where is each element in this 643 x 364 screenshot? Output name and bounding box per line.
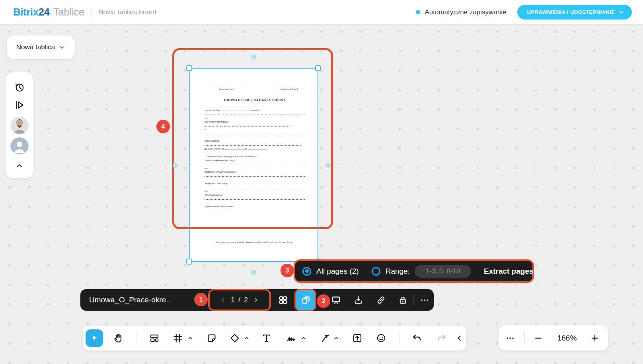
toolbar-divider [392, 295, 392, 305]
product-name: Tablice [53, 6, 84, 18]
page-total: 2 [244, 296, 248, 304]
next-page-icon[interactable] [251, 297, 261, 303]
add-neighbor-dot-top[interactable] [251, 55, 256, 60]
layout-kanban-tool[interactable] [149, 333, 160, 344]
previous-page-icon[interactable] [218, 297, 228, 303]
toolbar-divider [136, 332, 136, 344]
history-timer-icon[interactable] [11, 79, 28, 95]
more-options-icon[interactable] [505, 333, 515, 343]
annotation-badge-1: 1 [194, 293, 208, 306]
toolbar-divider [413, 295, 414, 305]
shape-tool-chevron-up-icon[interactable] [244, 335, 250, 341]
link-icon[interactable] [372, 291, 390, 309]
logo-bitrix: Bitrix [13, 6, 38, 18]
frame-tool[interactable] [172, 333, 184, 344]
all-pages-radio[interactable] [302, 267, 311, 276]
connector-tool-chevron-up-icon[interactable] [333, 335, 339, 341]
breadcrumb: Nowa tablica.board [98, 8, 156, 16]
extract-pages-button[interactable]: Extract pages [484, 267, 534, 276]
range-radio[interactable] [372, 267, 380, 276]
select-cursor-tool[interactable] [86, 329, 103, 347]
permissions-share-label: UPRAWNIENIA I UDOSTĘPNIANIE [527, 9, 615, 15]
hand-pan-tool[interactable] [113, 333, 125, 344]
header-right: Automatyczne zapisywanie UPRAWNIENIA I U… [416, 5, 632, 19]
annotation-badge-3: 3 [281, 264, 294, 277]
page-navigation: 1 / 2 [208, 289, 271, 311]
range-input[interactable] [415, 265, 471, 278]
annotation-badge-2: 2 [317, 294, 330, 308]
cursor-icon [86, 329, 103, 347]
bitrix24-logo[interactable]: Bitrix24 Tablice [13, 6, 84, 18]
document-filename: Umowa_O_Prace-okre.. [89, 296, 203, 304]
autosave-label: Automatyczne zapisywanie [425, 8, 506, 16]
add-neighbor-dot-left[interactable] [173, 163, 178, 168]
app-header: Bitrix24 Tablice Nowa tablica.board Auto… [0, 0, 643, 25]
collaboration-sidebar [6, 72, 33, 178]
chevron-down-icon [59, 44, 65, 51]
selection-box [189, 68, 318, 262]
redo-button[interactable] [436, 333, 448, 344]
chevron-down-icon [618, 10, 624, 15]
extract-pages-icon[interactable] [294, 289, 316, 311]
add-neighbor-dot-bottom[interactable] [251, 270, 256, 275]
all-pages-label: All pages (2) [316, 267, 359, 276]
range-label: Range: [386, 267, 410, 276]
unlock-icon[interactable] [394, 291, 412, 309]
toolbar-divider [399, 332, 399, 344]
selection-handle-top-left[interactable] [186, 65, 192, 71]
annotation-badge-4: 4 [156, 120, 170, 133]
more-options-icon[interactable] [415, 291, 434, 309]
shape-diamond-tool[interactable] [229, 333, 241, 344]
panel-divider [524, 332, 525, 344]
board-title-label: Nowa tablica [16, 43, 55, 51]
download-icon[interactable] [349, 291, 368, 309]
board-title-dropdown[interactable]: Nowa tablica [7, 35, 75, 59]
text-tool[interactable] [261, 333, 273, 344]
user-avatar-photo[interactable] [10, 117, 29, 134]
drawing-toolbar [83, 326, 466, 350]
collapse-chevron-up-icon[interactable] [11, 158, 28, 174]
zoom-level[interactable]: 166% [557, 334, 577, 343]
page-current: 1 [231, 296, 235, 304]
upload-file-tool[interactable] [352, 333, 363, 344]
frame-tool-chevron-up-icon[interactable] [187, 335, 193, 341]
whiteboard-canvas[interactable]: Nowa tablica [0, 25, 643, 364]
autosave-status: Automatyczne zapisywanie [416, 8, 506, 16]
selection-handle-bottom-left[interactable] [186, 259, 192, 265]
user-avatar-placeholder[interactable] [10, 137, 29, 155]
zoom-in-icon[interactable] [590, 333, 600, 343]
bitrix24-boards-app: Bitrix24 Tablice Nowa tablica.board Auto… [0, 0, 643, 364]
page-separator: / [238, 296, 240, 304]
connector-arrow-tool[interactable] [320, 333, 331, 344]
selection-handle-top-right[interactable] [315, 65, 321, 71]
collapse-toolbar-chevron-left-icon[interactable] [456, 334, 464, 342]
header-divider [92, 7, 92, 18]
follow-presenter-icon[interactable] [11, 97, 28, 114]
zoom-out-icon[interactable] [534, 333, 543, 343]
pen-tool-chevron-up-icon[interactable] [301, 335, 307, 341]
permissions-share-button[interactable]: UPRAWNIENIA I UDOSTĘPNIANIE [517, 5, 632, 19]
sticky-note-tool[interactable] [206, 333, 218, 344]
zoom-panel: 166% [499, 325, 608, 350]
undo-button[interactable] [411, 333, 423, 344]
grid-view-icon[interactable] [274, 291, 292, 309]
emoji-tool[interactable] [376, 333, 387, 344]
add-neighbor-dot-right[interactable] [325, 163, 331, 168]
autosave-dot-icon [416, 10, 420, 14]
pen-draw-tool[interactable] [286, 333, 297, 344]
logo-24: 24 [38, 6, 49, 18]
document-toolbar: Umowa_O_Prace-okre.. 1 / 2 [80, 289, 434, 311]
extract-pages-popup: All pages (2) Range: Extract pages [294, 259, 534, 283]
